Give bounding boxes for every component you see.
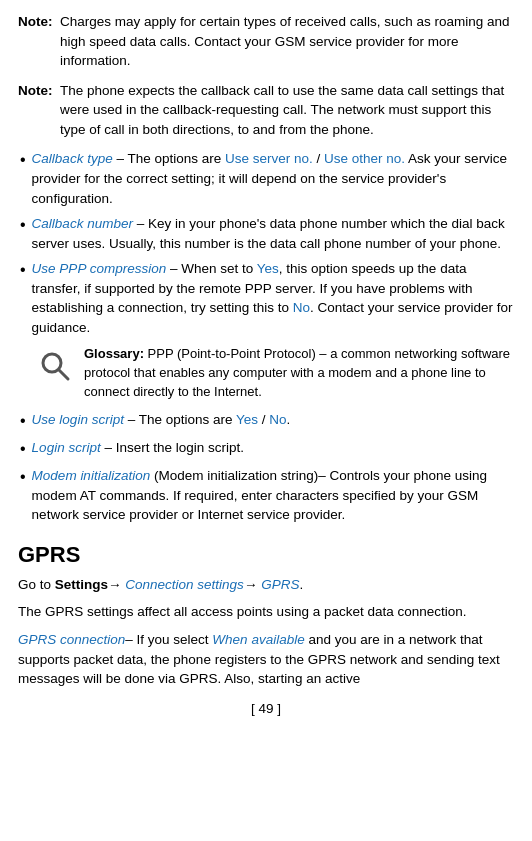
gprs-connection-line: GPRS connection– If you select When avai… [18,630,514,689]
gprs-arrow-1: → [108,577,122,592]
ppp-text1: – When set to [166,261,257,276]
callback-number-link[interactable]: Callback number [32,216,133,231]
gprs-heading: GPRS [18,539,514,571]
bullet-callback-type-content: Callback type – The options are Use serv… [32,149,514,208]
callback-type-text1: – The options are [113,151,225,166]
glossary-bold: Glossary: [84,346,144,361]
bullet-list-2: Use login script – The options are Yes /… [18,410,514,525]
page-number: [ 49 ] [251,701,281,716]
callback-type-link[interactable]: Callback type [32,151,113,166]
login-text2: . [287,412,291,427]
login-script-text: – Insert the login script. [101,440,244,455]
svg-line-1 [59,370,68,379]
when-available-link[interactable]: When available [212,632,304,647]
gprs-section: GPRS Go to Settings→ Connection settings… [18,539,514,689]
bullet-ppp-content: Use PPP compression – When set to Yes, t… [32,259,514,337]
use-other-no-link[interactable]: Use other no. [324,151,405,166]
glossary-box: Glossary: PPP (Point-to-Point Protocol) … [36,345,514,402]
login-yes-link[interactable]: Yes [236,412,258,427]
bullet-list-1: Callback type – The options are Use serv… [18,149,514,337]
page-footer: [ 49 ] [18,699,514,719]
bullet-login-script: Use login script – The options are Yes /… [18,410,514,432]
note-1-label: Note: [18,12,56,71]
gprs-nav-end: . [299,577,303,592]
note-2-label: Note: [18,81,56,140]
gprs-gprs-link[interactable]: GPRS [257,577,299,592]
login-script-text1: – The options are [124,412,236,427]
use-server-no-link[interactable]: Use server no. [225,151,313,166]
gprs-conn-text1: – If you select [125,632,212,647]
gprs-settings-link[interactable]: Settings [55,577,108,592]
note-2-text: The phone expects the callback call to u… [60,81,514,140]
bullet-modem-content: Modem initialization (Modem initializati… [32,466,514,525]
gprs-connection-settings-link[interactable]: Connection settings [122,577,244,592]
ppp-yes-link[interactable]: Yes [257,261,279,276]
bullet-login-script-content: Use login script – The options are Yes /… [32,410,291,430]
gprs-description: The GPRS settings affect all access poin… [18,602,514,622]
use-login-script-link[interactable]: Use login script [32,412,124,427]
note-2: Note: The phone expects the callback cal… [18,81,514,140]
login-no-link[interactable]: No [269,412,286,427]
bullet-login-script-item: Login script – Insert the login script. [18,438,514,460]
note-1-text: Charges may apply for certain types of r… [60,12,514,71]
gprs-connection-link[interactable]: GPRS connection [18,632,125,647]
gprs-nav: Go to Settings→ Connection settings→ GPR… [18,575,514,595]
ppp-no-link[interactable]: No [293,300,310,315]
glossary-body: PPP (Point-to-Point Protocol) – a common… [84,346,510,399]
login-script-link[interactable]: Login script [32,440,101,455]
gprs-nav-go: Go to [18,577,55,592]
glossary-icon [36,347,74,385]
note-1: Note: Charges may apply for certain type… [18,12,514,71]
gprs-arrow-2: → [244,577,258,592]
bullet-ppp-compression: Use PPP compression – When set to Yes, t… [18,259,514,337]
bullet-callback-type: Callback type – The options are Use serv… [18,149,514,208]
glossary-text: Glossary: PPP (Point-to-Point Protocol) … [84,345,514,402]
ppp-compression-link[interactable]: Use PPP compression [32,261,167,276]
separator-1: / [313,151,324,166]
bullet-callback-number: Callback number – Key in your phone's da… [18,214,514,253]
bullet-modem-init: Modem initialization (Modem initializati… [18,466,514,525]
modem-init-link[interactable]: Modem initialization [32,468,151,483]
magnifier-icon [37,348,73,384]
login-sep: / [258,412,269,427]
bullet-callback-number-content: Callback number – Key in your phone's da… [32,214,514,253]
bullet-login-content: Login script – Insert the login script. [32,438,244,458]
